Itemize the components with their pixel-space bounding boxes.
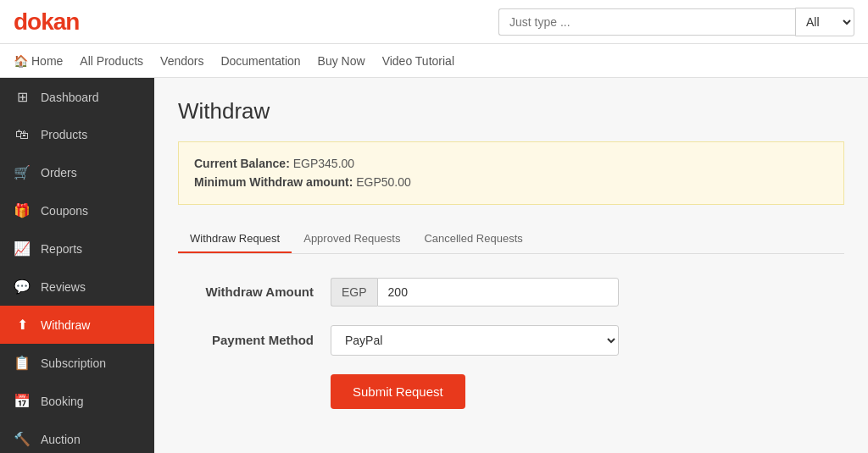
logo-suffix: kan <box>41 8 79 35</box>
submit-row: Submit Request <box>178 374 844 409</box>
reviews-icon: 💬 <box>14 279 31 295</box>
logo: dokan <box>14 8 79 36</box>
min-value: EGP50.00 <box>356 175 411 189</box>
orders-icon: 🛒 <box>14 164 31 180</box>
coupons-icon: 🎁 <box>14 202 31 218</box>
sidebar-item-reports[interactable]: 📈 Reports <box>0 229 154 268</box>
nav-bar: 🏠 Home All Products Vendors Documentatio… <box>0 44 868 78</box>
submit-request-button[interactable]: Submit Request <box>331 374 465 409</box>
main-layout: ⊞ Dashboard 🛍 Products 🛒 Orders 🎁 Coupon… <box>0 78 868 453</box>
sidebar-item-withdraw[interactable]: ⬆ Withdraw <box>0 306 154 344</box>
sidebar-label-auction: Auction <box>41 433 81 446</box>
sidebar-label-orders: Orders <box>41 166 77 180</box>
balance-label: Current Balance: <box>194 157 290 170</box>
auction-icon: 🔨 <box>14 431 31 447</box>
tab-cancelled-requests[interactable]: Cancelled Requests <box>412 225 534 253</box>
amount-label: Withdraw Amount <box>178 285 331 299</box>
amount-input[interactable] <box>377 278 619 307</box>
sidebar-item-products[interactable]: 🛍 Products <box>0 116 154 153</box>
top-bar: dokan All <box>0 0 868 44</box>
sidebar-item-booking[interactable]: 📅 Booking <box>0 382 154 420</box>
search-filter-select[interactable]: All <box>795 8 854 36</box>
sidebar-label-reviews: Reviews <box>41 280 86 294</box>
booking-icon: 📅 <box>14 393 31 409</box>
sidebar-label-dashboard: Dashboard <box>41 91 99 104</box>
nav-home[interactable]: 🏠 Home <box>14 46 63 76</box>
sidebar-label-coupons: Coupons <box>41 204 88 218</box>
min-withdraw-line: Minimum Withdraw amount: EGP50.00 <box>194 173 828 191</box>
info-box: Current Balance: EGP345.00 Minimum Withd… <box>178 141 844 205</box>
sidebar-item-orders[interactable]: 🛒 Orders <box>0 153 154 191</box>
currency-prefix: EGP <box>331 278 377 307</box>
nav-video-tutorial[interactable]: Video Tutorial <box>382 46 454 76</box>
logo-highlight: do <box>14 8 41 35</box>
sidebar-item-auction[interactable]: 🔨 Auction <box>0 420 154 453</box>
sidebar-item-reviews[interactable]: 💬 Reviews <box>0 268 154 306</box>
nav-buy-now[interactable]: Buy Now <box>318 46 365 76</box>
min-label: Minimum Withdraw amount: <box>194 175 353 189</box>
payment-method-row: Payment Method PayPal Bank Transfer Skri… <box>178 325 844 356</box>
balance-line: Current Balance: EGP345.00 <box>194 154 828 173</box>
withdraw-icon: ⬆ <box>14 317 31 333</box>
method-label: Payment Method <box>178 333 331 347</box>
sidebar-item-coupons[interactable]: 🎁 Coupons <box>0 191 154 229</box>
sidebar-label-withdraw: Withdraw <box>41 318 90 332</box>
sidebar-item-dashboard[interactable]: ⊞ Dashboard <box>0 78 154 116</box>
home-icon: 🏠 <box>14 54 28 68</box>
sidebar-item-subscription[interactable]: 📋 Subscription <box>0 344 154 382</box>
sidebar-label-booking: Booking <box>41 395 84 408</box>
withdraw-amount-row: Withdraw Amount EGP <box>178 278 844 307</box>
reports-icon: 📈 <box>14 240 31 257</box>
dashboard-icon: ⊞ <box>14 89 31 105</box>
search-bar: All <box>498 8 854 36</box>
nav-all-products[interactable]: All Products <box>80 46 143 76</box>
balance-value: EGP345.00 <box>293 157 354 170</box>
sidebar: ⊞ Dashboard 🛍 Products 🛒 Orders 🎁 Coupon… <box>0 78 154 453</box>
nav-vendors[interactable]: Vendors <box>160 46 203 76</box>
amount-input-group: EGP <box>331 278 619 307</box>
tab-approved-requests[interactable]: Approved Requests <box>292 225 412 253</box>
tab-withdraw-request[interactable]: Withdraw Request <box>178 225 292 253</box>
nav-documentation[interactable]: Documentation <box>220 46 300 76</box>
sidebar-label-reports: Reports <box>41 242 82 256</box>
search-input[interactable] <box>498 8 795 36</box>
subscription-icon: 📋 <box>14 355 31 371</box>
tabs-bar: Withdraw Request Approved Requests Cance… <box>178 225 844 254</box>
payment-method-select[interactable]: PayPal Bank Transfer Skrill <box>331 325 619 356</box>
content-area: Withdraw Current Balance: EGP345.00 Mini… <box>154 78 868 453</box>
products-icon: 🛍 <box>14 127 31 142</box>
sidebar-label-subscription: Subscription <box>41 356 106 370</box>
sidebar-label-products: Products <box>41 128 87 141</box>
page-title: Withdraw <box>178 98 844 124</box>
